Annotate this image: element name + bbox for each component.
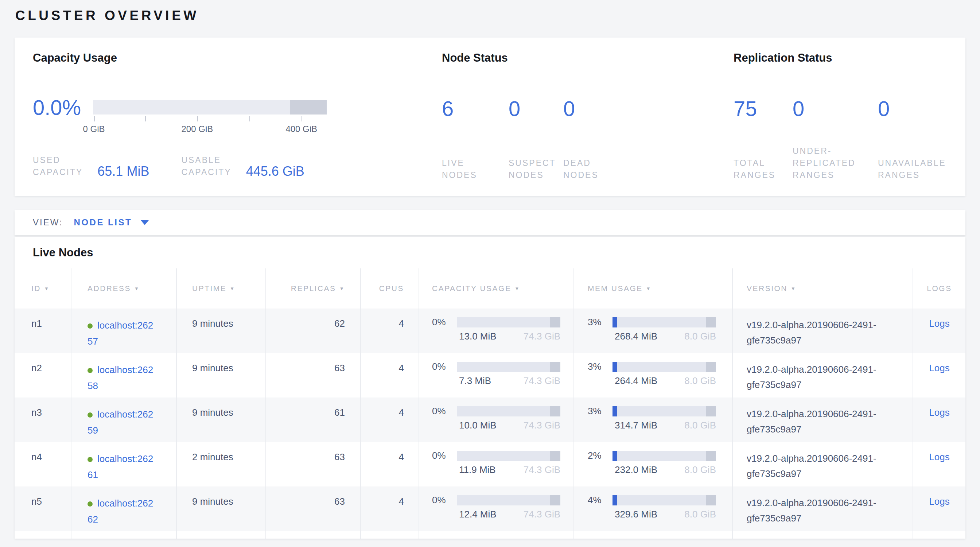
column-header-capacity[interactable]: CAPACITY USAGE▼ (419, 269, 574, 308)
column-header-replicas[interactable]: REPLICAS▼ (266, 269, 361, 308)
column-header-version[interactable]: VERSION▼ (733, 269, 913, 308)
node-version-cell: v19.2.0-alpha.20190606-2491-gfe735c9a97 (733, 353, 913, 398)
live-nodes-label: LIVE NODES (442, 138, 509, 181)
node-logs-cell: Logs (913, 353, 966, 398)
node-logs-cell: Logs (913, 398, 966, 442)
column-header-label: LOGS (927, 284, 951, 293)
logs-link[interactable]: Logs (929, 407, 950, 418)
mem-usage-cell-percent: 3% (588, 361, 612, 372)
node-logs-cell: Logs (913, 442, 966, 487)
column-header-memory[interactable]: MEM USAGE▼ (574, 269, 733, 308)
node-status-heading: Node Status (442, 51, 719, 65)
live-status-dot-icon (88, 501, 92, 507)
partial-cell (913, 531, 966, 539)
logs-link[interactable]: Logs (929, 363, 950, 374)
used-capacity-value: 65.1 MiB (97, 164, 149, 179)
replication-status-heading: Replication Status (733, 51, 967, 65)
capacity-usage-heading: Capacity Usage (33, 51, 426, 65)
mem-usage-cell-reserved-segment (706, 495, 716, 506)
used-capacity-label: USED CAPACITY (33, 154, 83, 178)
partial-cell (419, 531, 574, 539)
node-row-n3: n3localhost:262599 minutes6140%10.0 MiB7… (14, 398, 966, 442)
node-cpus-cell: 4 (361, 442, 419, 487)
chevron-down-icon (141, 220, 149, 225)
column-header-label: VERSION (747, 284, 788, 293)
axis-tick (94, 116, 95, 121)
capacity-usage-cell: 0%7.3 MiB74.3 GiB (419, 353, 574, 398)
node-cpus-cell: 4 (361, 353, 419, 398)
view-selector-bar: VIEW: NODE LIST (14, 210, 966, 235)
sort-desc-icon: ▼ (646, 286, 652, 291)
capacity-usage-cell-percent: 0% (432, 495, 457, 506)
logs-link[interactable]: Logs (929, 496, 950, 507)
column-header-label: UPTIME (192, 284, 226, 293)
node-id-cell: n1 (14, 308, 72, 353)
view-label: VIEW: (33, 217, 63, 227)
partial-row (14, 531, 966, 539)
capacity-usage-cell: 0%12.4 MiB74.3 GiB (419, 487, 574, 531)
mem-usage-cell: 2%232.0 MiB8.0 GiB (574, 442, 733, 487)
mem-usage-cell-used-value: 314.7 MiB (615, 420, 657, 431)
page-title: CLUSTER OVERVIEW (15, 8, 980, 23)
used-capacity-stat: USED CAPACITY 65.1 MiB (33, 154, 149, 178)
mem-usage-cell-percent: 2% (588, 450, 612, 461)
mem-usage-cell-reserved-segment (706, 451, 716, 461)
axis-tick (250, 116, 250, 121)
mem-usage-cell-percent: 3% (588, 405, 612, 417)
dead-nodes-count: 0 (563, 98, 625, 119)
partial-cell (574, 531, 733, 539)
view-dropdown[interactable]: NODE LIST (74, 217, 149, 227)
node-address-link[interactable]: localhost:26261 (88, 453, 153, 480)
column-header-address[interactable]: ADDRESS▼ (72, 269, 177, 308)
under-replicated-ranges-count: 0 (792, 98, 878, 119)
suspect-nodes-count: 0 (509, 98, 563, 119)
capacity-usage-cell-percent: 0% (432, 450, 457, 461)
logs-link[interactable]: Logs (929, 318, 950, 329)
node-uptime-cell: 9 minutes (177, 398, 266, 442)
node-address-link[interactable]: localhost:26258 (88, 364, 153, 391)
mem-usage-cell-used-fill (612, 495, 617, 506)
capacity-usage-cell-used-value: 12.4 MiB (459, 509, 496, 520)
capacity-usage-cell-total-value: 74.3 GiB (523, 464, 560, 475)
node-address-link[interactable]: localhost:26257 (88, 320, 153, 347)
mem-usage-cell-used-value: 232.0 MiB (615, 464, 657, 475)
view-selected-value[interactable]: NODE LIST (74, 217, 132, 227)
node-address-link[interactable]: localhost:26259 (88, 409, 153, 436)
column-header-id[interactable]: ID▼ (14, 269, 72, 308)
column-header-uptime[interactable]: UPTIME▼ (177, 269, 266, 308)
sort-desc-icon: ▼ (134, 286, 140, 291)
sort-desc-icon: ▼ (230, 286, 235, 291)
mem-usage-cell-reserved-segment (706, 362, 716, 372)
node-row-n2: n2localhost:262589 minutes6340%7.3 MiB74… (14, 353, 966, 398)
node-status-section: Node Status 6 0 0 LIVE NODES SUSPECT NOD… (442, 51, 719, 196)
mem-usage-cell-used-value: 268.4 MiB (615, 331, 657, 342)
usable-capacity-stat: USABLE CAPACITY 445.6 GiB (181, 154, 304, 178)
node-address-link[interactable]: localhost:26262 (88, 498, 153, 525)
mem-usage-cell-total-value: 8.0 GiB (684, 375, 716, 386)
column-header-cpus: CPUS (361, 269, 419, 308)
node-cpus-cell: 4 (361, 308, 419, 353)
live-status-dot-icon (88, 368, 92, 373)
capacity-usage-cell-reserved-segment (550, 317, 560, 328)
node-address-cell: localhost:26259 (72, 398, 177, 442)
node-id-cell: n4 (14, 442, 72, 487)
mem-usage-cell: 3%314.7 MiB8.0 GiB (574, 398, 733, 442)
axis-tick (145, 116, 146, 121)
sort-desc-icon: ▼ (44, 286, 49, 291)
mem-usage-cell-used-value: 329.6 MiB (615, 509, 657, 520)
capacity-usage-cell-bar (457, 362, 560, 372)
unavailable-ranges-count: 0 (878, 98, 962, 119)
under-replicated-ranges-label: UNDER- REPLICATED RANGES (792, 138, 878, 181)
logs-link[interactable]: Logs (929, 452, 950, 463)
axis-tick (197, 116, 198, 121)
unavailable-ranges-label: UNAVAILABLE RANGES (878, 138, 962, 181)
capacity-usage-cell: 0%13.0 MiB74.3 GiB (419, 308, 574, 353)
capacity-usage-cell-percent: 0% (432, 316, 457, 328)
partial-cell (733, 531, 913, 539)
live-status-dot-icon (88, 457, 92, 462)
node-cpus-cell: 4 (361, 487, 419, 531)
live-nodes-card: Live Nodes ID▼ADDRESS▼UPTIME▼REPLICAS▼CP… (14, 237, 966, 539)
mem-usage-cell-reserved-segment (706, 317, 716, 328)
sort-desc-icon: ▼ (339, 286, 345, 291)
capacity-usage-cell-reserved-segment (550, 451, 560, 461)
